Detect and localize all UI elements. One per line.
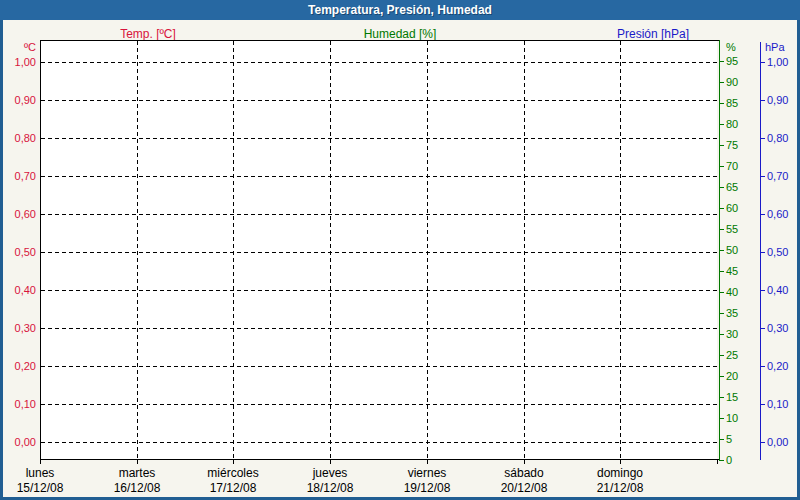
pressure-tick-label: 0,60 xyxy=(767,208,788,221)
x-axis-tick-mark xyxy=(137,460,138,464)
day-date-label: 20/12/08 xyxy=(476,481,572,495)
humidity-tick-label: 80 xyxy=(726,118,738,131)
day-date-label: 15/12/08 xyxy=(0,481,88,495)
vgridline xyxy=(233,41,234,459)
humidity-tick-label: 10 xyxy=(726,412,738,425)
day-date-label: 16/12/08 xyxy=(89,481,185,495)
day-name-label: martes xyxy=(89,466,185,480)
legend-humidity: Humedad [%] xyxy=(364,27,437,41)
day-date-label: 17/12/08 xyxy=(185,481,281,495)
x-axis-line xyxy=(40,459,720,460)
temperature-tick-label: 0,70 xyxy=(0,170,36,183)
humidity-tick-label: 95 xyxy=(726,55,738,68)
day-name-label: lunes xyxy=(0,466,88,480)
x-axis-tick-mark xyxy=(524,460,525,464)
hgridline xyxy=(41,366,717,367)
humidity-tick-mark xyxy=(719,208,724,209)
humidity-tick-mark xyxy=(719,124,724,125)
plot-top-border xyxy=(40,40,720,41)
humidity-tick-label: 90 xyxy=(726,76,738,89)
title-bar: Temperatura, Presión, Humedad xyxy=(0,0,800,20)
humidity-tick-label: 15 xyxy=(726,391,738,404)
x-axis-tick-mark xyxy=(620,460,621,464)
pressure-tick-mark xyxy=(760,62,765,63)
humidity-tick-label: 60 xyxy=(726,202,738,215)
pressure-tick-label: 0,40 xyxy=(767,284,788,297)
humidity-tick-mark xyxy=(719,145,724,146)
pressure-tick-label: 0,80 xyxy=(767,132,788,145)
hgridline xyxy=(41,328,717,329)
hgridline xyxy=(41,290,717,291)
hgridline xyxy=(41,404,717,405)
humidity-tick-label: 0 xyxy=(726,454,732,467)
day-name-label: domingo xyxy=(572,466,668,480)
hgridline xyxy=(41,138,717,139)
hgridline xyxy=(41,62,717,63)
pressure-tick-mark xyxy=(760,252,765,253)
humidity-tick-mark xyxy=(719,103,724,104)
humidity-tick-mark xyxy=(719,334,724,335)
humidity-tick-mark xyxy=(719,355,724,356)
vgridline xyxy=(427,41,428,459)
legend-temperature: Temp. [ºC] xyxy=(120,27,176,41)
pressure-axis-line xyxy=(760,42,761,460)
day-date-label: 21/12/08 xyxy=(572,481,668,495)
humidity-tick-label: 30 xyxy=(726,328,738,341)
pressure-tick-mark xyxy=(760,328,765,329)
humidity-tick-label: 45 xyxy=(726,265,738,278)
humidity-tick-mark xyxy=(719,376,724,377)
humidity-tick-label: 40 xyxy=(726,286,738,299)
legend-pressure: Presión [hPa] xyxy=(617,27,689,41)
temperature-tick-label: 0,10 xyxy=(0,398,36,411)
humidity-tick-mark xyxy=(719,439,724,440)
temperature-tick-label: 0,00 xyxy=(0,436,36,449)
pressure-tick-mark xyxy=(760,366,765,367)
humidity-tick-label: 75 xyxy=(726,139,738,152)
hgridline xyxy=(41,214,717,215)
temperature-tick-label: 0,90 xyxy=(0,94,36,107)
humidity-tick-mark xyxy=(719,82,724,83)
plot-area xyxy=(40,40,717,460)
humidity-tick-label: 50 xyxy=(726,244,738,257)
vgridline xyxy=(524,41,525,459)
humidity-tick-mark xyxy=(719,397,724,398)
temperature-tick-label: 0,40 xyxy=(0,284,36,297)
pressure-tick-mark xyxy=(760,100,765,101)
pressure-tick-mark xyxy=(760,442,765,443)
humidity-tick-label: 20 xyxy=(726,370,738,383)
vgridline xyxy=(330,41,331,459)
vgridline xyxy=(137,41,138,459)
pressure-tick-mark xyxy=(760,138,765,139)
hgridline xyxy=(41,252,717,253)
temperature-tick-label: 0,20 xyxy=(0,360,36,373)
hgridline xyxy=(41,176,717,177)
day-name-label: viernes xyxy=(379,466,475,480)
humidity-tick-label: 55 xyxy=(726,223,738,236)
temperature-tick-label: 0,50 xyxy=(0,246,36,259)
humidity-tick-label: 35 xyxy=(726,307,738,320)
day-date-label: 18/12/08 xyxy=(282,481,378,495)
humidity-tick-mark xyxy=(719,166,724,167)
hgridline xyxy=(41,100,717,101)
humidity-tick-label: 5 xyxy=(726,433,732,446)
humidity-axis-unit: % xyxy=(726,41,736,53)
temperature-tick-label: 0,30 xyxy=(0,322,36,335)
pressure-tick-label: 0,10 xyxy=(767,398,788,411)
humidity-tick-mark xyxy=(719,292,724,293)
x-axis-tick-mark xyxy=(330,460,331,464)
temperature-axis-unit: ºC xyxy=(0,41,36,53)
pressure-tick-label: 0,00 xyxy=(767,436,788,449)
window-title: Temperatura, Presión, Humedad xyxy=(308,3,492,17)
humidity-tick-mark xyxy=(719,418,724,419)
x-axis-tick-mark xyxy=(427,460,428,464)
humidity-tick-label: 85 xyxy=(726,97,738,110)
hgridline xyxy=(41,442,717,443)
humidity-tick-label: 25 xyxy=(726,349,738,362)
x-axis-tick-mark xyxy=(233,460,234,464)
humidity-tick-mark xyxy=(719,271,724,272)
day-name-label: miércoles xyxy=(185,466,281,480)
pressure-axis-unit: hPa xyxy=(765,41,785,53)
day-name-label: jueves xyxy=(282,466,378,480)
temperature-tick-label: 1,00 xyxy=(0,56,36,69)
humidity-tick-mark xyxy=(719,460,724,461)
